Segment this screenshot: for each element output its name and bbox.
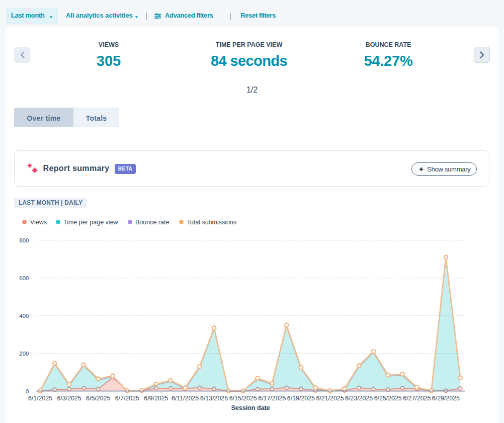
svg-text:400: 400 — [19, 313, 29, 319]
svg-text:6/3/2025: 6/3/2025 — [57, 395, 81, 402]
svg-text:6/19/2025: 6/19/2025 — [287, 395, 315, 402]
svg-text:6/25/2025: 6/25/2025 — [374, 395, 402, 402]
svg-text:6/15/2025: 6/15/2025 — [229, 395, 257, 402]
svg-text:6/9/2025: 6/9/2025 — [144, 395, 168, 402]
svg-text:6/1/2025: 6/1/2025 — [28, 395, 52, 402]
svg-text:6/11/2025: 6/11/2025 — [172, 395, 199, 402]
svg-text:200: 200 — [19, 351, 29, 357]
svg-text:800: 800 — [19, 237, 29, 243]
svg-text:6/29/2025: 6/29/2025 — [432, 395, 460, 402]
svg-text:0: 0 — [26, 388, 29, 394]
svg-text:6/13/2025: 6/13/2025 — [200, 395, 228, 402]
svg-text:600: 600 — [19, 275, 29, 281]
svg-text:6/27/2025: 6/27/2025 — [403, 395, 431, 402]
svg-text:Session date: Session date — [231, 404, 270, 411]
svg-text:6/23/2025: 6/23/2025 — [345, 395, 373, 402]
svg-text:6/7/2025: 6/7/2025 — [115, 395, 139, 402]
svg-text:6/17/2025: 6/17/2025 — [258, 395, 286, 402]
svg-text:6/21/2025: 6/21/2025 — [316, 395, 344, 402]
svg-text:6/5/2025: 6/5/2025 — [86, 395, 110, 402]
